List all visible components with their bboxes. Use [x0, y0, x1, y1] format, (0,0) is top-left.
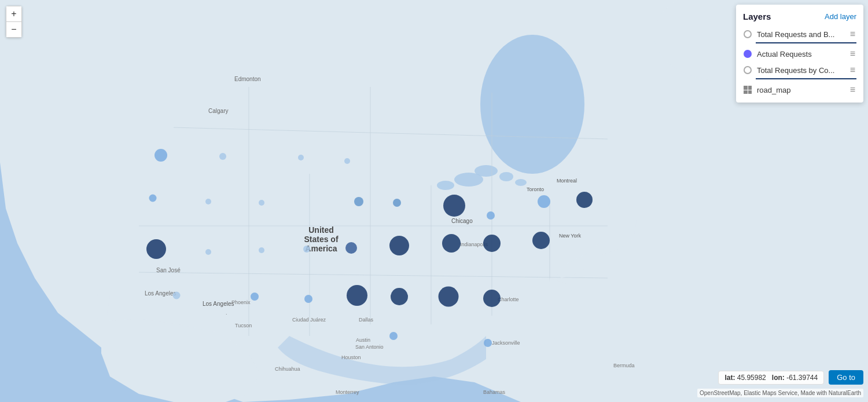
- layer-name-1: Total Requests and B...: [757, 30, 844, 39]
- svg-point-7: [480, 35, 584, 174]
- lat-value: 45.95982: [737, 374, 766, 382]
- layer-item-total-requests-co[interactable]: Total Requests by Co... ≡: [736, 62, 863, 78]
- svg-text:Charlotte: Charlotte: [498, 297, 519, 302]
- layer-menu-button-1[interactable]: ≡: [849, 30, 856, 39]
- svg-text:Houston: Houston: [341, 355, 361, 360]
- svg-point-5: [499, 172, 513, 181]
- layers-header: Layers Add layer: [736, 9, 863, 26]
- svg-text:San José: San José: [156, 267, 181, 273]
- map-dot: [347, 285, 367, 306]
- layer-item-total-requests-b[interactable]: Total Requests and B... ≡: [736, 26, 863, 42]
- svg-text:Calgary: Calgary: [208, 108, 228, 114]
- map-dot: [487, 211, 495, 220]
- map-dot: [304, 295, 312, 303]
- map-dot: [532, 232, 550, 249]
- svg-text:Monterrey: Monterrey: [336, 389, 359, 395]
- svg-text:Montreal: Montreal: [557, 178, 577, 184]
- layers-title: Layers: [743, 12, 771, 21]
- svg-text:Edmonton: Edmonton: [234, 76, 261, 82]
- svg-text:Jacksonville: Jacksonville: [492, 340, 520, 346]
- layer-icon-2: [743, 49, 752, 59]
- circle-empty2-icon: [744, 66, 752, 74]
- map-dot: [155, 149, 167, 162]
- map-dot: [442, 234, 461, 253]
- lon-value: -61.39744: [786, 374, 818, 382]
- map-dot: [303, 246, 310, 253]
- zoom-in-button[interactable]: +: [6, 6, 21, 21]
- grid-icon: [744, 86, 752, 94]
- svg-text:Chihuahua: Chihuahua: [275, 366, 300, 372]
- layer-underline-1: [756, 42, 856, 43]
- zoom-out-button[interactable]: −: [6, 22, 21, 37]
- svg-text:Chicago: Chicago: [451, 218, 473, 224]
- svg-text:United: United: [308, 225, 334, 235]
- layer-menu-button-2[interactable]: ≡: [849, 49, 856, 59]
- map-dot: [205, 249, 211, 255]
- map-dot: [259, 247, 264, 253]
- lon-label: lon:: [772, 374, 785, 382]
- map-dot: [344, 158, 350, 164]
- map-dot: [443, 195, 465, 217]
- layer-icon-3: [743, 65, 752, 75]
- map-dot: [173, 292, 181, 299]
- svg-text:Austin: Austin: [356, 337, 370, 343]
- map-dot: [538, 195, 550, 208]
- svg-text:Bermuda: Bermuda: [613, 363, 635, 368]
- circle-filled-icon: [744, 50, 752, 58]
- circle-empty-icon: [744, 30, 752, 38]
- goto-button[interactable]: Go to: [829, 370, 863, 385]
- layer-item-road-map[interactable]: road_map ≡: [736, 82, 863, 98]
- map-dot: [483, 290, 501, 307]
- svg-text:Phoenix: Phoenix: [231, 299, 251, 305]
- svg-text:Toronto: Toronto: [527, 187, 544, 192]
- map-dot: [219, 153, 226, 160]
- svg-text:Ciudad Juárez: Ciudad Juárez: [292, 317, 326, 323]
- svg-text:Los Angeles: Los Angeles: [145, 290, 176, 297]
- add-layer-button[interactable]: Add layer: [825, 12, 856, 21]
- map-dot: [149, 195, 157, 202]
- map-dot: [146, 239, 166, 259]
- map-dot: [389, 332, 398, 340]
- layers-panel: Layers Add layer Total Requests and B...…: [736, 5, 863, 103]
- svg-text:New York: New York: [559, 233, 582, 239]
- layer-icon-1: [743, 30, 752, 39]
- layer-item-actual-requests[interactable]: Actual Requests ≡: [736, 46, 863, 62]
- layer-name-3: Total Requests by Co...: [757, 66, 844, 75]
- svg-text:Tucson: Tucson: [235, 323, 252, 328]
- map-dot: [259, 200, 264, 206]
- svg-text:·: ·: [226, 311, 227, 317]
- map-dot: [391, 288, 408, 305]
- layer-name-4: road_map: [757, 86, 844, 94]
- svg-text:States of: States of: [304, 235, 338, 244]
- svg-text:Bahamas: Bahamas: [483, 389, 506, 395]
- coordinate-bar: lat: 45.95982 lon: -61.39744 Go to: [718, 370, 863, 385]
- map-dot: [298, 155, 304, 160]
- layer-icon-4: [743, 85, 752, 94]
- svg-point-3: [437, 181, 454, 190]
- map-attribution: OpenStreetMap, Elastic Maps Service, Mad…: [697, 389, 863, 397]
- lat-label: lat:: [724, 374, 735, 382]
- coordinate-display: lat: 45.95982 lon: -61.39744: [718, 371, 824, 385]
- zoom-controls: + −: [6, 6, 22, 38]
- svg-text:San Antonio: San Antonio: [355, 344, 384, 350]
- svg-text:Los Angeles: Los Angeles: [203, 301, 234, 307]
- map-dot: [251, 293, 259, 301]
- svg-point-4: [475, 165, 498, 177]
- map-dot: [354, 197, 363, 206]
- svg-point-6: [515, 179, 527, 186]
- map-dot: [483, 235, 501, 252]
- layer-name-2: Actual Requests: [757, 50, 844, 59]
- map-dot: [439, 287, 459, 307]
- svg-text:Dallas: Dallas: [359, 317, 374, 323]
- layer-menu-button-4[interactable]: ≡: [849, 85, 856, 94]
- layer-menu-button-3[interactable]: ≡: [849, 65, 856, 75]
- map-dot: [345, 242, 357, 254]
- map-container: Edmonton Calgary San José Los Angeles Lo…: [0, 0, 868, 402]
- layer-underline-3: [756, 78, 856, 79]
- map-dot: [205, 199, 211, 204]
- map-dot: [576, 192, 593, 208]
- map-dot: [393, 199, 401, 207]
- map-dot: [484, 339, 492, 347]
- map-dot: [389, 236, 409, 255]
